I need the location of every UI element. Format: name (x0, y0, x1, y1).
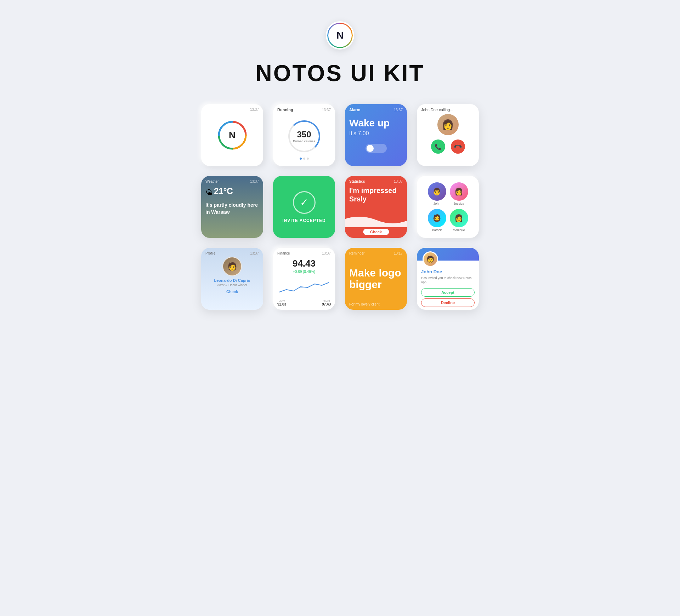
profile-avatar: 🧑 (222, 257, 242, 276)
alarm-toggle-wrap (349, 144, 403, 153)
finance-change: +0.89 (0.49%) (277, 270, 331, 274)
person-patrick: 🧔 Patrick (428, 209, 446, 232)
header: N NOTOS UI KIT (255, 0, 424, 104)
notification-body: John Doe Has invited you to check new No… (417, 261, 479, 310)
notification-face-icon: 🧑 (426, 255, 434, 263)
john-face-icon: 👨 (432, 187, 441, 196)
weather-desc: It's partly cloudly here in Warsaw (205, 202, 259, 216)
card-logo: 13:37 N (201, 104, 263, 166)
caller-avatar: 👩 (437, 114, 459, 135)
running-circle-wrap: 350 Burned calories (277, 115, 331, 158)
n-letter-icon: N (229, 130, 236, 141)
running-timestamp: 13:37 (322, 108, 331, 112)
patrick-name: Patrick (432, 228, 442, 232)
dot-3 (307, 158, 309, 160)
range-high: HIGH 97.43 (322, 299, 331, 306)
call-buttons: 📞 📞 (421, 139, 475, 154)
toggle-knob (367, 145, 374, 152)
weather-temp: 21°C (214, 186, 233, 196)
finance-price: 94.43 (277, 258, 331, 269)
card1-timestamp: 13:37 (250, 108, 259, 112)
checkmark-icon: ✓ (300, 196, 308, 208)
finance-chart-svg (277, 280, 331, 294)
card-notification: 🧑 John Doe Has invited you to check new … (417, 248, 479, 310)
alarm-toggle[interactable] (366, 144, 387, 153)
logo-circle: N (326, 21, 354, 50)
caller-avatar-wrap: 👩 (421, 114, 475, 135)
finance-label: Finance (277, 251, 290, 255)
reminder-title: Make logo bigger (349, 257, 403, 300)
phone-decline-icon: 📞 (453, 142, 463, 152)
statistics-label: Statistics (349, 179, 365, 183)
weather-label: Weather (205, 179, 219, 183)
statistics-timestamp: 13:37 (394, 179, 403, 183)
card-weather: Weather 13:37 🌤 21°C It's partly cloudly… (201, 176, 263, 238)
low-val: 92.03 (277, 302, 286, 306)
invite-check-circle: ✓ (293, 191, 316, 214)
weather-temp-row: 🌤 21°C (205, 186, 259, 198)
avatar-patrick[interactable]: 🧔 (428, 209, 446, 227)
profile-role: Actor & Oscar winner (205, 283, 259, 287)
notification-accept-button[interactable]: Accept (421, 288, 475, 297)
phone-accept-icon: 📞 (435, 143, 442, 150)
invite-text: INVITE ACCEPTED (282, 218, 326, 223)
weather-header: Weather 13:37 (205, 179, 259, 183)
avatar-jessica[interactable]: 👩 (450, 182, 468, 201)
profile-name: Leonardo Di Caprio (205, 278, 259, 283)
card2-header: Running 13:37 (277, 108, 331, 112)
avatar-monique[interactable]: 👩 (450, 209, 468, 227)
n-ring: N (216, 119, 248, 151)
statistics-wave (345, 210, 407, 227)
card-grid: 13:37 N Running 13:37 350 Burned calorie… (201, 104, 479, 338)
card-calling: John Doe calling... 👩 📞 📞 (417, 104, 479, 166)
running-dots (277, 158, 331, 162)
finance-header: Finance 13:37 (277, 251, 331, 255)
reminder-timestamp: 13:17 (394, 251, 403, 255)
card-reminder: Reminder 13:17 Make logo bigger For my l… (345, 248, 407, 310)
range-low: LOW 92.03 (277, 299, 286, 306)
logo-letter: N (336, 30, 344, 41)
alarm-sub: It's 7.00 (349, 130, 403, 137)
notification-decline-button[interactable]: Decline (421, 298, 475, 307)
alarm-timestamp: 13:37 (394, 108, 403, 112)
weather-sun-icon: 🌤 (205, 188, 212, 196)
caller-face-icon: 👩 (442, 119, 454, 131)
alarm-label: Alarm (349, 108, 360, 112)
card-invite: ✓ INVITE ACCEPTED (273, 176, 335, 238)
finance-chart-wrap (277, 276, 331, 298)
card-profile: Profile 13:37 🧑 Leonardo Di Caprio Actor… (201, 248, 263, 310)
monique-name: Monique (453, 228, 465, 232)
high-label: HIGH (323, 299, 330, 302)
accept-call-button[interactable]: 📞 (431, 139, 445, 154)
high-val: 97.43 (322, 302, 331, 306)
finance-timestamp: 13:37 (322, 251, 331, 255)
running-label: Running (277, 108, 293, 112)
decline-call-button[interactable]: 📞 (451, 139, 465, 154)
john-name: John (434, 202, 441, 205)
profile-face-icon: 🧑 (227, 262, 237, 271)
card-statistics: Statistics 13:37 I'm impressed Srsly Che… (345, 176, 407, 238)
page-title: NOTOS UI KIT (255, 60, 424, 86)
calories-value: 350 (297, 130, 311, 139)
finance-range: LOW 92.03 HIGH 97.43 (277, 299, 331, 306)
low-label: LOW (278, 299, 285, 302)
profile-avatar-wrap: 🧑 (205, 257, 259, 276)
avatar-john[interactable]: 👨 (428, 182, 446, 201)
notification-message: Has invited you to check new Notos app (421, 276, 475, 285)
jessica-face-icon: 👩 (454, 187, 463, 196)
alarm-title: Wake up (349, 118, 403, 129)
running-circle: 350 Burned calories (288, 120, 320, 152)
statistics-text: I'm impressed Srsly (349, 186, 403, 203)
card-people: 👨 John 👩 Jessica 🧔 Patrick 👩 (417, 176, 479, 238)
notification-name: John Doe (421, 269, 475, 274)
person-monique: 👩 Monique (450, 209, 468, 232)
notification-blue-header: 🧑 (417, 248, 479, 261)
calling-header: John Doe calling... (421, 108, 475, 112)
dot-1 (300, 158, 302, 160)
person-john: 👨 John (428, 182, 446, 205)
profile-check-button[interactable]: Check (205, 290, 259, 294)
profile-header: Profile 13:37 (205, 251, 259, 255)
card-alarm: Alarm 13:37 Wake up It's 7.00 (345, 104, 407, 166)
statistics-header: Statistics 13:37 (349, 179, 403, 183)
statistics-check-button[interactable]: Check (363, 229, 389, 235)
